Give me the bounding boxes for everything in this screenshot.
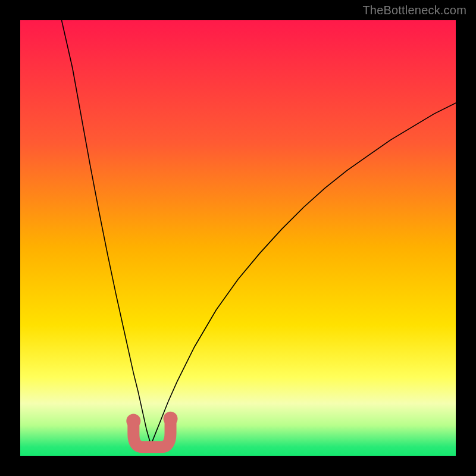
bottleneck-curve-right — [151, 103, 456, 445]
optimum-marker-dot-right — [164, 412, 178, 426]
chart-frame: TheBottleneck.com — [0, 0, 476, 476]
watermark-text: TheBottleneck.com — [362, 4, 466, 17]
curve-layer — [20, 20, 456, 456]
optimum-marker-dot-left — [126, 414, 140, 428]
bottleneck-curve-left — [62, 20, 151, 445]
